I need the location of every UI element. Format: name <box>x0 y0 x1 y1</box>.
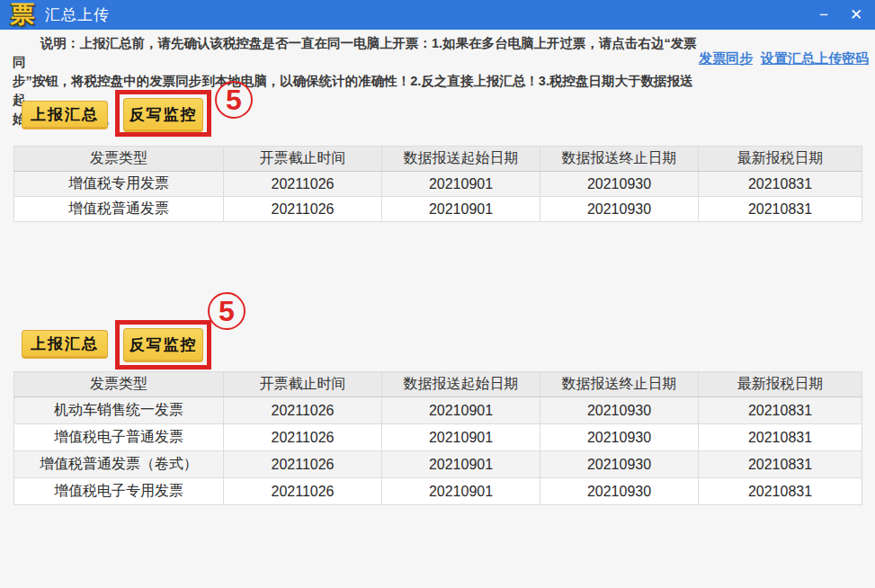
table-cell: 20210831 <box>699 397 862 424</box>
table-header-row: 发票类型 开票截止时间 数据报送起始日期 数据报送终止日期 最新报税日期 <box>14 147 862 172</box>
table-row: 增值税电子专用发票 20211026 20210901 20210930 202… <box>14 478 862 505</box>
close-button[interactable]: ✕ <box>843 3 870 28</box>
table-row: 增值税普通发票 20211026 20210901 20210930 20210… <box>14 197 862 222</box>
summary-upload-window: 票 汇总上传 − ✕ 说明：上报汇总前，请先确认该税控盘是否一直在同一电脑上开票… <box>0 0 875 588</box>
invoice-table-2: 发票类型 开票截止时间 数据报送起始日期 数据报送终止日期 最新报税日期 机动车… <box>13 371 862 505</box>
table-cell: 20210930 <box>540 451 699 478</box>
table-cell: 20210901 <box>382 197 540 222</box>
table-cell: 增值税电子专用发票 <box>14 478 224 505</box>
writeback-monitor-button[interactable]: 反写监控 <box>123 98 203 132</box>
table-cell: 20210901 <box>382 478 540 505</box>
column-header: 数据报送终止日期 <box>540 372 699 397</box>
table-row: 增值税电子普通发票 20211026 20210901 20210930 202… <box>14 424 862 451</box>
table-cell: 20210930 <box>540 478 699 505</box>
table-cell: 20210930 <box>540 172 699 197</box>
table-cell: 20210901 <box>382 451 540 478</box>
table-cell: 20210930 <box>540 424 699 451</box>
table-cell: 20210831 <box>699 451 862 478</box>
table-cell: 20210831 <box>699 172 862 197</box>
table-cell: 20211026 <box>224 451 382 478</box>
column-header: 发票类型 <box>14 147 224 172</box>
window-controls: − ✕ <box>810 0 870 30</box>
window-title: 汇总上传 <box>45 0 110 30</box>
table-cell: 20210901 <box>382 397 540 424</box>
table-cell: 20210930 <box>540 197 699 222</box>
app-logo-icon: 票 <box>8 1 37 28</box>
top-right-links: 发票同步 设置汇总上传密码 <box>699 50 869 67</box>
table-cell: 20211026 <box>224 478 382 505</box>
column-header: 数据报送起始日期 <box>382 372 540 397</box>
set-upload-password-link[interactable]: 设置汇总上传密码 <box>761 50 869 67</box>
table-cell: 20210831 <box>699 197 862 222</box>
report-summary-button[interactable]: 上报汇总 <box>22 101 108 129</box>
table-row: 增值税专用发票 20211026 20210901 20210930 20210… <box>14 172 862 197</box>
column-header: 数据报送终止日期 <box>540 147 699 172</box>
table-cell: 增值税电子普通发票 <box>14 424 224 451</box>
column-header: 开票截止时间 <box>224 147 382 172</box>
note-line: 说明：上报汇总前，请先确认该税控盘是否一直在同一电脑上开票：1.如果在多台电脑上… <box>13 34 705 72</box>
table-cell: 机动车销售统一发票 <box>14 397 224 424</box>
column-header: 数据报送起始日期 <box>382 147 540 172</box>
minimize-button[interactable]: − <box>810 3 837 28</box>
table-cell: 20211026 <box>224 424 382 451</box>
titlebar: 票 汇总上传 − ✕ <box>0 0 875 30</box>
invoice-table-1: 发票类型 开票截止时间 数据报送起始日期 数据报送终止日期 最新报税日期 增值税… <box>13 146 862 222</box>
table-cell: 20211026 <box>224 197 382 222</box>
table-cell: 增值税普通发票（卷式） <box>14 451 224 478</box>
invoice-sync-link[interactable]: 发票同步 <box>699 50 753 67</box>
column-header: 发票类型 <box>14 372 224 397</box>
table-cell: 增值税专用发票 <box>14 172 224 197</box>
table-cell: 20210930 <box>540 397 699 424</box>
column-header: 最新报税日期 <box>699 372 862 397</box>
step-5-badge: 5 <box>208 292 246 330</box>
table-row: 机动车销售统一发票 20211026 20210901 20210930 202… <box>14 397 862 424</box>
note-line: 步”按钮，将税控盘中的发票同步到本地电脑，以确保统计的准确性！2.反之直接上报汇… <box>13 72 705 110</box>
table-row: 增值税普通发票（卷式） 20211026 20210901 20210930 2… <box>14 451 862 478</box>
table-cell: 20210831 <box>699 424 862 451</box>
writeback-monitor-button[interactable]: 反写监控 <box>123 328 203 362</box>
note-line: 始日期才能上报。 <box>13 110 705 129</box>
table-cell: 20211026 <box>224 172 382 197</box>
table-cell: 增值税普通发票 <box>14 197 224 222</box>
table-cell: 20210901 <box>382 172 540 197</box>
table-cell: 20210901 <box>382 424 540 451</box>
instruction-note: 说明：上报汇总前，请先确认该税控盘是否一直在同一电脑上开票：1.如果在多台电脑上… <box>13 34 705 129</box>
table-cell: 20210831 <box>699 478 862 505</box>
table-cell: 20211026 <box>224 397 382 424</box>
report-summary-button[interactable]: 上报汇总 <box>22 330 108 359</box>
table-header-row: 发票类型 开票截止时间 数据报送起始日期 数据报送终止日期 最新报税日期 <box>14 372 862 397</box>
column-header: 开票截止时间 <box>224 372 382 397</box>
column-header: 最新报税日期 <box>699 147 862 172</box>
